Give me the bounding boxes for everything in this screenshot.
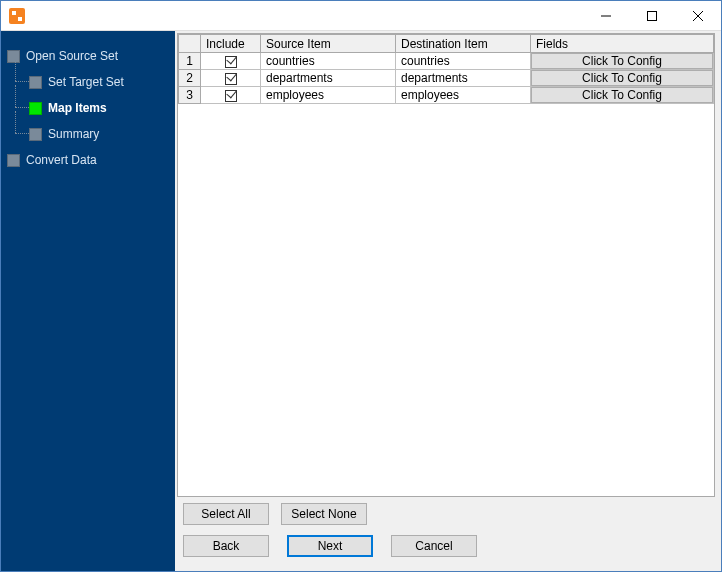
sidebar-item-summary[interactable]: Summary bbox=[29, 127, 169, 141]
maximize-button[interactable] bbox=[629, 1, 675, 31]
config-button[interactable]: Click To Config bbox=[531, 70, 713, 86]
row-number: 3 bbox=[179, 87, 201, 104]
table-row[interactable]: 3 employees employees Click To Config bbox=[179, 87, 714, 104]
destination-item-cell[interactable]: countries bbox=[396, 53, 531, 70]
select-all-button[interactable]: Select All bbox=[183, 503, 269, 525]
titlebar bbox=[1, 1, 721, 31]
source-item-cell[interactable]: departments bbox=[261, 70, 396, 87]
destination-item-cell[interactable]: departments bbox=[396, 70, 531, 87]
tree-node-icon bbox=[29, 102, 42, 115]
row-number: 2 bbox=[179, 70, 201, 87]
table-row[interactable]: 1 countries countries Click To Config bbox=[179, 53, 714, 70]
main-panel: Include Source Item Destination Item Fie… bbox=[175, 31, 721, 571]
source-item-cell[interactable]: countries bbox=[261, 53, 396, 70]
tree-node-icon bbox=[7, 154, 20, 167]
sidebar-item-open-source-set[interactable]: Open Source Set bbox=[7, 49, 169, 63]
wizard-nav-buttons: Back Next Cancel bbox=[177, 529, 715, 565]
col-header-source[interactable]: Source Item bbox=[261, 35, 396, 53]
back-button[interactable]: Back bbox=[183, 535, 269, 557]
sidebar-item-convert-data[interactable]: Convert Data bbox=[7, 153, 169, 167]
sidebar-item-label: Map Items bbox=[48, 101, 107, 115]
items-grid: Include Source Item Destination Item Fie… bbox=[177, 33, 715, 497]
minimize-button[interactable] bbox=[583, 1, 629, 31]
config-button[interactable]: Click To Config bbox=[531, 53, 713, 69]
destination-item-cell[interactable]: employees bbox=[396, 87, 531, 104]
svg-rect-1 bbox=[648, 11, 657, 20]
sidebar-item-set-target-set[interactable]: Set Target Set bbox=[29, 75, 169, 89]
close-button[interactable] bbox=[675, 1, 721, 31]
sidebar-item-label: Set Target Set bbox=[48, 75, 124, 89]
config-button[interactable]: Click To Config bbox=[531, 87, 713, 103]
tree-node-icon bbox=[29, 128, 42, 141]
col-header-rownum[interactable] bbox=[179, 35, 201, 53]
include-checkbox[interactable] bbox=[225, 90, 237, 102]
col-header-fields[interactable]: Fields bbox=[531, 35, 714, 53]
app-icon bbox=[9, 8, 25, 24]
sidebar-item-label: Open Source Set bbox=[26, 49, 118, 63]
select-none-button[interactable]: Select None bbox=[281, 503, 367, 525]
app-window: Open Source Set Set Target Set Map Items… bbox=[0, 0, 722, 572]
cancel-button[interactable]: Cancel bbox=[391, 535, 477, 557]
table-row[interactable]: 2 departments departments Click To Confi… bbox=[179, 70, 714, 87]
selection-buttons: Select All Select None bbox=[177, 497, 715, 529]
sidebar-item-map-items[interactable]: Map Items bbox=[29, 101, 169, 115]
include-checkbox[interactable] bbox=[225, 73, 237, 85]
include-checkbox[interactable] bbox=[225, 56, 237, 68]
source-item-cell[interactable]: employees bbox=[261, 87, 396, 104]
next-button[interactable]: Next bbox=[287, 535, 373, 557]
col-header-include[interactable]: Include bbox=[201, 35, 261, 53]
wizard-sidebar: Open Source Set Set Target Set Map Items… bbox=[1, 31, 175, 571]
sidebar-item-label: Summary bbox=[48, 127, 99, 141]
col-header-destination[interactable]: Destination Item bbox=[396, 35, 531, 53]
sidebar-item-label: Convert Data bbox=[26, 153, 97, 167]
tree-node-icon bbox=[7, 50, 20, 63]
tree-node-icon bbox=[29, 76, 42, 89]
content-area: Open Source Set Set Target Set Map Items… bbox=[1, 31, 721, 571]
row-number: 1 bbox=[179, 53, 201, 70]
